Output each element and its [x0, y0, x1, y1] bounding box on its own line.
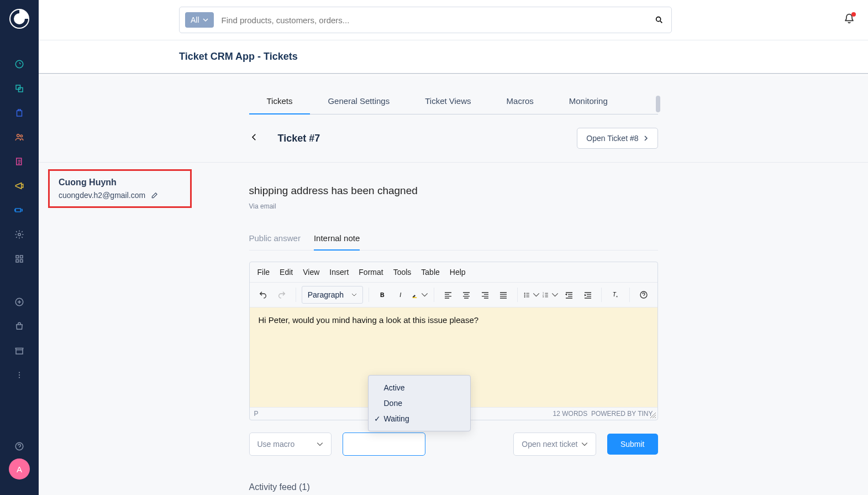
back-button[interactable]	[249, 132, 259, 144]
nav-orders[interactable]	[0, 101, 39, 125]
post-action-select[interactable]: Open next ticket	[513, 433, 596, 456]
highlight-icon[interactable]	[412, 286, 428, 303]
menu-insert[interactable]: Insert	[329, 268, 349, 277]
actions-row: Use macro Open next ticket Submit Active…	[249, 433, 658, 456]
nav-settings[interactable]	[0, 222, 39, 247]
bullet-list-icon[interactable]	[523, 286, 540, 303]
customer-name: Cuong Huynh	[59, 178, 181, 187]
italic-icon[interactable]: I	[393, 286, 409, 303]
tab-tickets[interactable]: Tickets	[249, 96, 311, 114]
status-dropdown: Active Done Waiting	[368, 375, 471, 431]
app-logo	[8, 8, 30, 30]
nav-apps[interactable]	[0, 247, 39, 271]
svg-point-15	[19, 374, 20, 376]
activity-feed-title: Activity feed (1)	[249, 482, 658, 495]
macro-select[interactable]: Use macro	[249, 433, 332, 456]
svg-text:I: I	[399, 291, 401, 298]
svg-point-30	[640, 291, 647, 298]
help-icon[interactable]	[635, 286, 652, 303]
align-justify-icon[interactable]	[496, 286, 512, 303]
tabs-scrollbar-thumb[interactable]	[656, 96, 660, 112]
clear-format-icon[interactable]: T×	[607, 286, 624, 303]
nav-extensions[interactable]	[0, 198, 39, 222]
nav-bag[interactable]	[0, 314, 39, 338]
subtab-public-answer[interactable]: Public answer	[249, 233, 301, 250]
editor-menu: File Edit View Insert Format Tools Table…	[250, 262, 657, 283]
tab-macros[interactable]: Macros	[489, 96, 551, 114]
menu-help[interactable]: Help	[450, 268, 466, 277]
nav-more[interactable]	[0, 363, 39, 387]
menu-edit[interactable]: Edit	[280, 268, 293, 277]
chevron-down-icon	[203, 17, 208, 23]
status-option-done[interactable]: Done	[369, 395, 470, 411]
undo-icon[interactable]	[255, 286, 272, 303]
indent-icon[interactable]	[580, 286, 596, 303]
ticket-content: shipping address has been chagned Via em…	[249, 185, 658, 495]
chevron-down-icon	[581, 441, 588, 447]
tab-general-settings[interactable]: General Settings	[310, 96, 407, 114]
svg-point-4	[17, 134, 20, 137]
redo-icon[interactable]	[273, 286, 290, 303]
searchbar: All	[179, 7, 672, 33]
resize-handle-icon[interactable]	[650, 412, 656, 419]
submit-button[interactable]: Submit	[607, 434, 658, 455]
svg-point-1	[15, 60, 23, 68]
align-left-icon[interactable]	[440, 286, 456, 303]
paragraph-select[interactable]: Paragraph	[302, 286, 363, 304]
tab-ticket-views[interactable]: Ticket Views	[407, 96, 488, 114]
customer-card: Cuong Huynh cuongdev.h2@gmail.com	[48, 169, 192, 208]
nav-content[interactable]	[0, 149, 39, 174]
open-next-ticket-button[interactable]: Open Ticket #8	[577, 128, 657, 149]
menu-table[interactable]: Table	[421, 268, 439, 277]
nav-store[interactable]	[0, 338, 39, 363]
chevron-right-icon	[643, 136, 649, 141]
notification-dot	[851, 12, 856, 17]
align-center-icon[interactable]	[458, 286, 475, 303]
status-select[interactable]	[343, 433, 425, 456]
svg-text:3: 3	[543, 296, 544, 298]
svg-point-5	[20, 135, 23, 137]
svg-point-8	[18, 233, 21, 236]
svg-rect-9	[16, 256, 19, 258]
svg-point-16	[19, 377, 20, 378]
tab-monitoring[interactable]: Monitoring	[551, 96, 625, 114]
status-option-waiting[interactable]: Waiting	[369, 411, 470, 426]
edit-icon[interactable]	[151, 191, 159, 199]
page-body: Cuong Huynh cuongdev.h2@gmail.com Ticket…	[39, 75, 868, 495]
page-title: Ticket CRM App - Tickets	[39, 40, 868, 74]
nav-add[interactable]	[0, 290, 39, 314]
svg-rect-12	[20, 260, 23, 263]
nav-customers[interactable]	[0, 125, 39, 149]
subtab-internal-note[interactable]: Internal note	[314, 233, 360, 251]
ordered-list-icon[interactable]: 123	[542, 286, 559, 303]
menu-format[interactable]: Format	[359, 268, 383, 277]
svg-point-14	[19, 372, 20, 373]
avatar[interactable]: A	[9, 458, 30, 480]
search-icon[interactable]	[655, 15, 664, 24]
nav-marketing[interactable]	[0, 174, 39, 198]
ticket-subject: shipping address has been chagned	[249, 185, 658, 197]
svg-point-22	[524, 293, 525, 294]
search-filter-label: All	[191, 15, 199, 24]
outdent-icon[interactable]	[561, 286, 577, 303]
nav-help[interactable]	[0, 434, 39, 458]
status-option-active[interactable]: Active	[369, 380, 470, 395]
menu-view[interactable]: View	[303, 268, 319, 277]
sidebar: A	[0, 0, 39, 495]
notifications-icon[interactable]	[844, 13, 855, 25]
nav-catalogue[interactable]	[0, 76, 39, 101]
svg-rect-11	[16, 260, 19, 263]
bold-icon[interactable]: B	[375, 286, 391, 303]
align-right-icon[interactable]	[477, 286, 493, 303]
search-filter-chip[interactable]: All	[185, 12, 214, 28]
open-next-label: Open Ticket #8	[586, 134, 638, 143]
word-count: 12 WORDS	[553, 410, 588, 418]
nav-dashboard[interactable]	[0, 52, 39, 76]
svg-point-18	[656, 17, 661, 22]
post-action-label: Open next ticket	[522, 440, 577, 449]
macro-label: Use macro	[257, 440, 295, 449]
search-input[interactable]	[222, 15, 655, 25]
menu-tools[interactable]: Tools	[393, 268, 412, 277]
svg-rect-10	[20, 256, 23, 258]
menu-file[interactable]: File	[257, 268, 270, 277]
